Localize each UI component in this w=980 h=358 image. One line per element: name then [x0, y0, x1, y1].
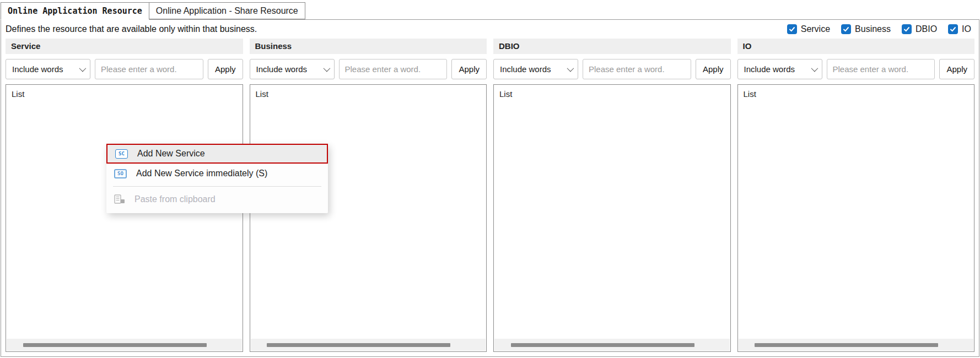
subheader-row: Defines the resource that are available …: [1, 20, 979, 37]
scrollbar-thumb[interactable]: [511, 343, 694, 347]
filter-row: Include words Apply: [6, 59, 243, 79]
tab-label: Online Application - Share Resource: [156, 6, 298, 16]
toggle-label: Business: [855, 24, 891, 34]
column-visibility-toggles: Service Business DBIO: [787, 24, 973, 34]
column-title: Business: [250, 39, 487, 54]
checkbox-checked-icon[interactable]: [841, 24, 851, 34]
column-title: IO: [737, 39, 975, 54]
sc-badge-icon: SC: [115, 149, 128, 159]
tab-label: Online Application Resource: [8, 6, 142, 16]
list-label: List: [494, 85, 730, 103]
word-search-input[interactable]: [339, 59, 448, 79]
toggle-label: IO: [962, 24, 971, 34]
apply-button[interactable]: Apply: [208, 59, 243, 79]
tab-online-application-share-resource[interactable]: Online Application - Share Resource: [149, 2, 305, 19]
checkbox-checked-icon[interactable]: [948, 24, 958, 34]
apply-button[interactable]: Apply: [939, 59, 974, 79]
list-label: List: [250, 85, 487, 103]
scrollbar-thumb[interactable]: [267, 343, 450, 347]
filter-row: Include words Apply: [493, 59, 731, 79]
checkbox-checked-icon[interactable]: [787, 24, 797, 34]
dropdown-value: Include words: [12, 64, 63, 74]
menu-item-label: Add New Service: [137, 149, 205, 159]
checkbox-checked-icon[interactable]: [902, 24, 912, 34]
menu-item-add-new-service[interactable]: SC Add New Service: [106, 144, 328, 164]
service-list-panel[interactable]: List: [6, 84, 243, 352]
tab-bar: Online Application Resource Online Appli…: [1, 2, 979, 19]
horizontal-scrollbar[interactable]: [739, 339, 974, 351]
list-label: List: [6, 85, 243, 103]
tab-online-application-resource[interactable]: Online Application Resource: [1, 2, 149, 20]
horizontal-scrollbar[interactable]: [494, 339, 730, 351]
business-list-panel[interactable]: List: [250, 84, 487, 352]
column-io: IO Include words Apply List: [737, 39, 975, 352]
apply-button[interactable]: Apply: [451, 59, 487, 79]
dropdown-value: Include words: [500, 64, 551, 74]
menu-item-label: Add New Service immediately (S): [136, 169, 267, 178]
word-search-input[interactable]: [827, 59, 935, 79]
apply-button[interactable]: Apply: [696, 59, 731, 79]
filter-row: Include words Apply: [250, 59, 487, 79]
include-words-dropdown[interactable]: Include words: [6, 59, 90, 79]
menu-item-paste-from-clipboard[interactable]: Paste from clipboard: [106, 189, 328, 209]
filter-row: Include words Apply: [737, 59, 975, 79]
include-words-dropdown[interactable]: Include words: [250, 59, 335, 79]
column-title: DBIO: [493, 39, 731, 54]
include-words-dropdown[interactable]: Include words: [737, 59, 822, 79]
toggle-label: DBIO: [916, 24, 937, 34]
word-search-input[interactable]: [95, 59, 203, 79]
chevron-down-icon: [567, 65, 574, 72]
menu-separator: [113, 186, 321, 187]
menu-item-add-new-service-immediately[interactable]: SO Add New Service immediately (S): [106, 164, 328, 183]
toggle-dbio[interactable]: DBIO: [902, 24, 937, 34]
include-words-dropdown[interactable]: Include words: [493, 59, 578, 79]
so-badge-icon: SO: [114, 169, 127, 178]
dropdown-value: Include words: [744, 64, 795, 74]
column-title: Service: [6, 39, 243, 54]
word-search-input[interactable]: [583, 59, 691, 79]
list-label: List: [738, 85, 974, 103]
horizontal-scrollbar[interactable]: [251, 339, 486, 351]
horizontal-scrollbar[interactable]: [7, 339, 242, 351]
chevron-down-icon: [811, 65, 818, 72]
io-list-panel[interactable]: List: [737, 84, 975, 352]
page-description: Defines the resource that are available …: [6, 24, 257, 34]
scrollbar-thumb[interactable]: [23, 343, 207, 347]
scrollbar-thumb[interactable]: [755, 343, 938, 347]
column-dbio: DBIO Include words Apply List: [493, 39, 731, 352]
toggle-service[interactable]: Service: [787, 24, 830, 34]
app-window: Online Application Resource Online Appli…: [0, 0, 980, 358]
chevron-down-icon: [79, 65, 87, 72]
dbio-list-panel[interactable]: List: [493, 84, 731, 352]
dropdown-value: Include words: [256, 64, 308, 74]
toggle-label: Service: [801, 24, 830, 34]
clipboard-icon: [114, 194, 125, 204]
context-menu: SC Add New Service SO Add New Service im…: [106, 144, 328, 213]
chevron-down-icon: [323, 65, 330, 72]
toggle-io[interactable]: IO: [948, 24, 971, 34]
toggle-business[interactable]: Business: [841, 24, 891, 34]
menu-item-label: Paste from clipboard: [134, 194, 216, 204]
